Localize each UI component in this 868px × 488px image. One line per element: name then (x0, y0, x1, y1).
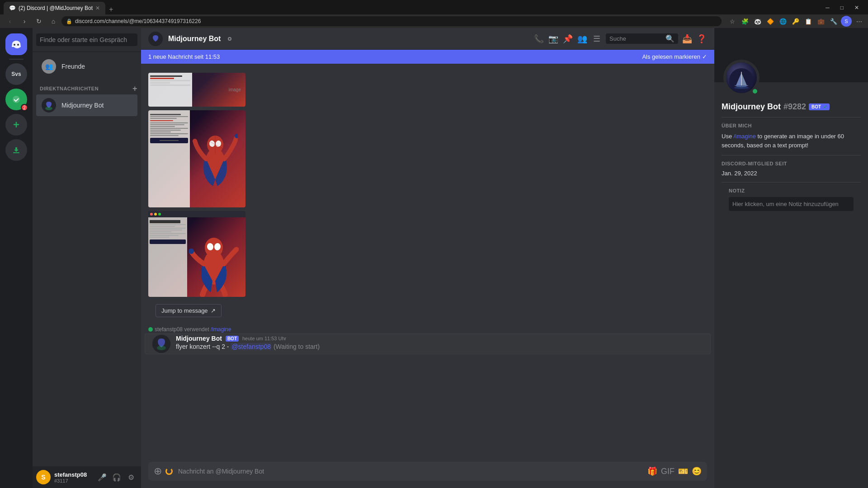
midjourney-bot-dm[interactable]: Midjourney Bot (36, 94, 137, 116)
browser-profile-icon[interactable]: S (841, 16, 852, 27)
friends-nav-item[interactable]: 👥 Freunde (36, 56, 137, 77)
extension5-icon[interactable]: 💼 (816, 16, 826, 27)
svs-server-icon[interactable]: Svs (5, 63, 27, 85)
note-title: NOTIZ (729, 188, 854, 193)
user-avatar: S (36, 470, 51, 484)
uses-imagine-header: stefanstp08 verwendet /imagine (141, 324, 714, 333)
dm-search-input[interactable] (36, 33, 137, 46)
bookmark-icon[interactable]: ☆ (727, 16, 738, 27)
add-dm-button[interactable]: + (132, 84, 137, 93)
minimize-button[interactable]: ─ (820, 2, 835, 14)
note-input[interactable]: Hier klicken, um eine Notiz hinzuzufügen (729, 197, 854, 211)
dm-search-area (33, 28, 141, 52)
bot-avatar (152, 335, 170, 353)
midjourney-bot-name: Midjourney Bot (61, 102, 104, 109)
gif-icon[interactable]: GIF (661, 467, 675, 476)
profile-bot-badge: BOT ✓ (809, 103, 830, 110)
new-tab-button[interactable]: + (105, 5, 117, 14)
security-icon: 🔒 (66, 19, 72, 24)
tab-bar: 💬 (2) Discord | @MidJourney Bot ✕ + ─ □ … (0, 0, 868, 14)
extension2-icon[interactable]: 🐼 (752, 16, 763, 27)
back-button[interactable]: ‹ (4, 16, 16, 27)
imagine-link[interactable]: /imagine (734, 133, 756, 140)
pin-button[interactable]: 📌 (562, 33, 573, 44)
members-button[interactable]: 👥 (577, 33, 588, 44)
url-text: discord.com/channels/@me/106344374919731… (75, 18, 201, 24)
jump-to-message-button[interactable]: Jump to message ↗ (156, 304, 222, 317)
chat-messages: image (141, 64, 714, 462)
extension3-icon[interactable]: 🔶 (765, 16, 776, 27)
download-apps-button[interactable] (5, 139, 27, 161)
mark-read-button[interactable]: Als gelesen markieren ✓ (642, 53, 707, 60)
home-button[interactable]: ⌂ (47, 16, 60, 27)
window-controls: ─ □ ✕ (820, 2, 864, 14)
notification-server[interactable]: 2 (5, 89, 27, 110)
refresh-button[interactable]: ↻ (33, 16, 45, 27)
message-images-group: image (141, 71, 714, 323)
translate-icon[interactable]: 🌐 (778, 16, 788, 27)
forward-button[interactable]: › (18, 16, 31, 27)
add-server-button[interactable]: + (5, 114, 27, 136)
tab-close-button[interactable]: ✕ (95, 5, 100, 11)
midjourney-bot-avatar (42, 98, 56, 113)
call-button[interactable]: 📞 (533, 33, 544, 44)
add-attachment-button[interactable]: ⊕ (154, 462, 162, 481)
video-button[interactable]: 📷 (548, 33, 559, 44)
help-button[interactable]: ❓ (696, 33, 707, 44)
image-attachment-2[interactable] (148, 110, 245, 207)
headphones-button[interactable]: 🎧 (110, 471, 123, 483)
about-text: Use /imagine to generate an image in und… (722, 132, 861, 150)
extension4-icon[interactable]: 📋 (803, 16, 814, 27)
loading-spinner (165, 468, 173, 475)
profile-avatar-container (723, 60, 760, 96)
profile-discriminator: #9282 (783, 102, 806, 112)
checkmark-icon: ✓ (702, 53, 707, 60)
user-controls: 🎤 🎧 ⚙ (96, 471, 137, 483)
dm-sidebar: 👥 Freunde DIREKTNACHRICHTEN + Midjourney… (33, 28, 141, 488)
svg-point-2 (13, 96, 20, 103)
imagine-cmd: /imagine (211, 326, 231, 333)
active-tab[interactable]: 💬 (2) Discord | @MidJourney Bot ✕ (4, 2, 105, 14)
right-panel: Midjourney Bot #9282 BOT ✓ ÜBER MICH Use… (714, 28, 868, 488)
image-attachment-1[interactable]: image (148, 73, 245, 107)
friends-icon: 👥 (42, 59, 56, 74)
inbox-button[interactable]: 📥 (682, 33, 693, 44)
url-bar[interactable]: 🔒 discord.com/channels/@me/1063443749197… (61, 16, 722, 26)
friends-label: Freunde (61, 63, 85, 70)
dashlane-icon[interactable]: 🔑 (790, 16, 801, 27)
jump-to-message-container: Jump to message ↗ (156, 304, 700, 317)
green-dot (148, 327, 153, 332)
sticker-icon[interactable]: 🎫 (678, 466, 688, 476)
svg-rect-3 (13, 152, 19, 153)
settings-dots-icon[interactable]: ⋯ (854, 16, 864, 27)
image-content-1: image (229, 73, 241, 107)
extension6-icon[interactable]: 🔧 (828, 16, 839, 27)
user-tag: #3117 (54, 478, 92, 483)
doc-overlay-1 (148, 73, 192, 107)
browser-toolbar: ‹ › ↻ ⌂ 🔒 discord.com/channels/@me/10634… (0, 14, 868, 28)
about-section: ÜBER MICH Use /imagine to generate an im… (722, 123, 861, 150)
extension-icon[interactable]: 🧩 (740, 16, 750, 27)
emoji-icon[interactable]: 😊 (692, 466, 702, 476)
bot-author-name: Midjourney Bot (176, 335, 222, 342)
search-bar: 🔍 (606, 33, 678, 44)
close-button[interactable]: ✕ (849, 2, 864, 14)
user-settings-button[interactable]: ⚙ (125, 471, 137, 483)
search-input[interactable] (609, 35, 664, 42)
server-list: Svs 2 + (0, 28, 33, 488)
search-icon: 🔍 (665, 34, 675, 43)
discord-home-button[interactable] (5, 33, 27, 55)
profile-divider-2 (722, 155, 861, 155)
message-input[interactable] (178, 463, 644, 480)
doc-left-panel (148, 110, 190, 207)
image-attachment-3[interactable] (148, 211, 245, 297)
dm-section-title: DIREKTNACHRICHTEN (40, 86, 99, 91)
hide-profile-button[interactable]: ☰ (591, 33, 602, 44)
gift-icon[interactable]: 🎁 (647, 466, 657, 476)
member-since-section: DISCORD-MITGLIED SEIT Jan. 29, 2022 (722, 161, 861, 177)
notification-badge: 2 (21, 104, 28, 111)
header-icons: 📞 📷 📌 👥 ☰ 🔍 📥 ❓ (533, 33, 707, 44)
mic-button[interactable]: 🎤 (96, 471, 108, 483)
note-section: NOTIZ Hier klicken, um eine Notiz hinzuz… (722, 188, 861, 211)
maximize-button[interactable]: □ (835, 2, 849, 14)
